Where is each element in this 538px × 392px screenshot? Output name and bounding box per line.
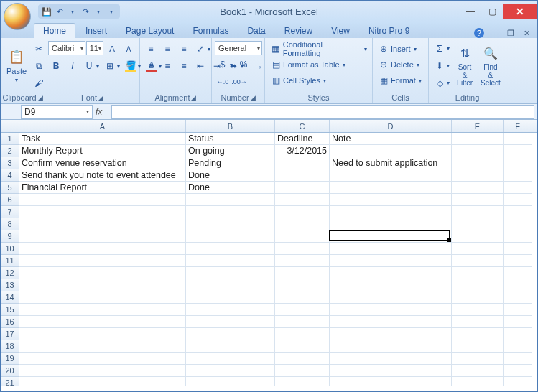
- cell[interactable]: [452, 328, 504, 340]
- cell[interactable]: [504, 145, 532, 157]
- redo-icon[interactable]: ↷: [80, 6, 91, 17]
- cell[interactable]: [186, 328, 275, 340]
- cell[interactable]: [186, 243, 275, 255]
- cell[interactable]: [504, 365, 532, 377]
- cell[interactable]: [452, 206, 504, 218]
- cell[interactable]: [330, 377, 452, 386]
- cell[interactable]: [330, 304, 452, 316]
- orientation-button[interactable]: ⤢▾: [193, 41, 213, 57]
- close-button[interactable]: ✕: [503, 4, 537, 19]
- conditional-formatting-button[interactable]: ▦Conditional Formatting▾: [268, 41, 369, 57]
- cell[interactable]: [330, 365, 452, 377]
- row-header[interactable]: 13: [1, 279, 19, 291]
- increase-decimal-button[interactable]: ←.0: [215, 74, 231, 90]
- cell[interactable]: [275, 230, 330, 243]
- cell[interactable]: [452, 279, 504, 291]
- cell[interactable]: [275, 194, 330, 206]
- cell[interactable]: [452, 243, 504, 255]
- undo-icon[interactable]: ↶: [54, 6, 65, 17]
- row-header[interactable]: 3: [1, 157, 19, 169]
- cell[interactable]: [504, 255, 532, 267]
- cell[interactable]: [275, 377, 330, 386]
- cell[interactable]: [330, 353, 452, 365]
- minimize-button[interactable]: —: [460, 4, 481, 19]
- help-icon[interactable]: ?: [474, 28, 484, 38]
- cell[interactable]: [186, 340, 275, 353]
- cell[interactable]: [452, 365, 504, 377]
- cell[interactable]: [452, 133, 504, 145]
- column-header[interactable]: F: [504, 120, 532, 132]
- cell[interactable]: Confirm venue reservation: [19, 157, 186, 169]
- cell[interactable]: [330, 145, 452, 157]
- underline-button[interactable]: U▾: [81, 58, 101, 74]
- cell[interactable]: [330, 279, 452, 291]
- office-button[interactable]: [4, 3, 31, 30]
- row-header[interactable]: 18: [1, 340, 19, 353]
- cell[interactable]: [504, 328, 532, 340]
- save-icon[interactable]: 💾: [41, 6, 52, 17]
- cell[interactable]: [452, 169, 504, 182]
- number-format-combo[interactable]: General▾: [215, 41, 262, 55]
- format-cells-button[interactable]: ▦Format▾: [376, 73, 425, 88]
- cell[interactable]: [186, 230, 275, 243]
- grow-font-button[interactable]: A: [104, 41, 120, 57]
- workbook-restore-icon[interactable]: ❐: [506, 28, 516, 38]
- cell[interactable]: [504, 182, 532, 194]
- currency-button[interactable]: $▾: [215, 57, 235, 73]
- cell[interactable]: [186, 279, 275, 291]
- cell[interactable]: [452, 353, 504, 365]
- cell[interactable]: [452, 230, 504, 243]
- cell[interactable]: [330, 255, 452, 267]
- cell[interactable]: [186, 218, 275, 230]
- cell[interactable]: [186, 206, 275, 218]
- cell[interactable]: [275, 157, 330, 169]
- cell[interactable]: [330, 291, 452, 304]
- formula-input[interactable]: [111, 105, 534, 119]
- tab-nitro[interactable]: Nitro Pro 9: [360, 24, 418, 38]
- cell[interactable]: [19, 353, 186, 365]
- tab-insert[interactable]: Insert: [77, 24, 116, 38]
- cell[interactable]: [330, 218, 452, 230]
- format-as-table-button[interactable]: ▤Format as Table▾: [268, 57, 369, 73]
- cut-button[interactable]: ✂: [31, 41, 47, 57]
- cell[interactable]: [275, 243, 330, 255]
- row-header[interactable]: 16: [1, 316, 19, 328]
- align-center-button[interactable]: ≡: [159, 58, 175, 74]
- cell[interactable]: Status: [186, 133, 275, 145]
- cell[interactable]: [19, 255, 186, 267]
- cell[interactable]: [330, 182, 452, 194]
- cell[interactable]: [504, 353, 532, 365]
- cell[interactable]: [452, 340, 504, 353]
- row-header[interactable]: 21: [1, 377, 19, 386]
- clear-button[interactable]: ◇▾: [432, 75, 452, 91]
- cell[interactable]: [452, 304, 504, 316]
- cell[interactable]: [504, 316, 532, 328]
- cell[interactable]: [452, 194, 504, 206]
- dialog-launcher-icon[interactable]: ◢: [191, 94, 196, 101]
- cell[interactable]: [19, 243, 186, 255]
- cell[interactable]: [19, 230, 186, 243]
- dialog-launcher-icon[interactable]: ◢: [98, 94, 103, 101]
- cell[interactable]: [186, 291, 275, 304]
- row-header[interactable]: 1: [1, 133, 19, 145]
- cell[interactable]: [504, 194, 532, 206]
- cell[interactable]: [504, 218, 532, 230]
- delete-cells-button[interactable]: ⊖Delete▾: [376, 57, 425, 73]
- cell[interactable]: [504, 206, 532, 218]
- cell[interactable]: [452, 218, 504, 230]
- cell[interactable]: [504, 279, 532, 291]
- sort-filter-button[interactable]: ⇅ Sort & Filter: [453, 39, 476, 92]
- cell[interactable]: [275, 279, 330, 291]
- tab-formulas[interactable]: Formulas: [184, 24, 237, 38]
- cell[interactable]: [452, 255, 504, 267]
- cell[interactable]: Financial Report: [19, 182, 186, 194]
- cell[interactable]: [504, 267, 532, 279]
- cell[interactable]: [452, 145, 504, 157]
- cell[interactable]: [275, 182, 330, 194]
- cell[interactable]: [330, 194, 452, 206]
- tab-page-layout[interactable]: Page Layout: [117, 24, 182, 38]
- cell[interactable]: [275, 267, 330, 279]
- column-header[interactable]: A: [19, 120, 186, 132]
- cell[interactable]: [19, 279, 186, 291]
- column-header[interactable]: B: [186, 120, 275, 132]
